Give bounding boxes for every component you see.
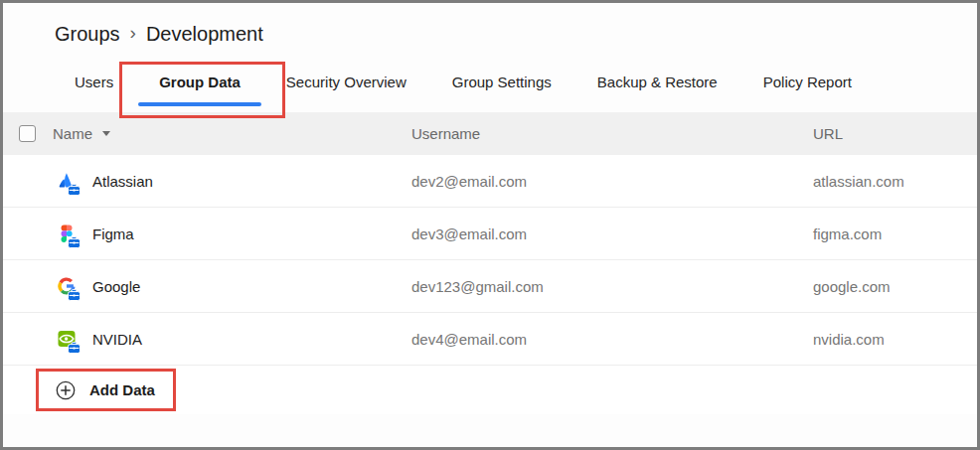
site-url: figma.com: [813, 225, 977, 242]
site-name: NVIDIA: [92, 331, 142, 348]
atlassian-favicon-icon: [57, 171, 77, 191]
site-url: atlassian.com: [813, 173, 977, 190]
breadcrumb: Groups › Development: [3, 3, 977, 47]
nvidia-favicon-icon: [57, 329, 77, 349]
breadcrumb-separator-icon: ›: [130, 20, 136, 46]
tab-security-overview[interactable]: Security Overview: [286, 69, 407, 108]
app-window: Groups › Development Users Group Data Se…: [0, 0, 980, 450]
tab-group-data[interactable]: Group Data: [159, 69, 241, 108]
site-username: dev4@email.com: [411, 331, 813, 348]
tab-group-data-label: Group Data: [159, 74, 241, 90]
group-data-table: Name Username URL Atlassian dev: [3, 112, 977, 414]
add-data-row: Add Data: [3, 366, 977, 414]
site-url: nvidia.com: [813, 331, 977, 348]
figma-favicon-icon: [57, 224, 77, 243]
select-all-checkbox[interactable]: [19, 125, 36, 142]
briefcase-badge-icon: [68, 184, 81, 196]
tab-backup-restore[interactable]: Backup & Restore: [597, 69, 718, 108]
briefcase-badge-icon: [68, 289, 81, 301]
column-header-url: URL: [813, 125, 977, 142]
site-username: dev123@gmail.com: [411, 278, 813, 295]
google-favicon-icon: [57, 276, 77, 296]
table-row-nvidia[interactable]: NVIDIA dev4@email.com nvidia.com: [3, 313, 977, 366]
site-name: Google: [92, 278, 140, 295]
briefcase-badge-icon: [68, 342, 81, 354]
add-data-label: Add Data: [89, 381, 155, 398]
column-header-username: Username: [411, 125, 813, 142]
plus-circle-icon: [55, 379, 77, 401]
site-name: Atlassian: [92, 173, 153, 190]
site-username: dev2@email.com: [411, 173, 813, 190]
breadcrumb-groups-link[interactable]: Groups: [55, 21, 120, 47]
tab-bar: Users Group Data Security Overview Group…: [75, 69, 977, 108]
table-header-row: Name Username URL: [3, 112, 977, 155]
tab-policy-report[interactable]: Policy Report: [763, 69, 852, 108]
selected-tab-underline: [138, 102, 261, 106]
table-row-google[interactable]: Google dev123@gmail.com google.com: [3, 260, 977, 313]
site-username: dev3@email.com: [411, 225, 813, 242]
site-name: Figma: [92, 225, 134, 242]
site-url: google.com: [813, 278, 977, 295]
table-row-figma[interactable]: Figma dev3@email.com figma.com: [3, 208, 977, 260]
breadcrumb-current-page: Development: [146, 21, 263, 47]
tab-group-settings[interactable]: Group Settings: [452, 69, 552, 108]
briefcase-badge-icon: [68, 236, 81, 248]
tab-users[interactable]: Users: [75, 69, 113, 108]
table-row-atlassian[interactable]: Atlassian dev2@email.com atlassian.com: [3, 155, 977, 208]
add-data-button[interactable]: Add Data: [3, 366, 155, 414]
caret-down-icon[interactable]: [101, 130, 111, 137]
column-header-name[interactable]: Name: [53, 125, 92, 142]
